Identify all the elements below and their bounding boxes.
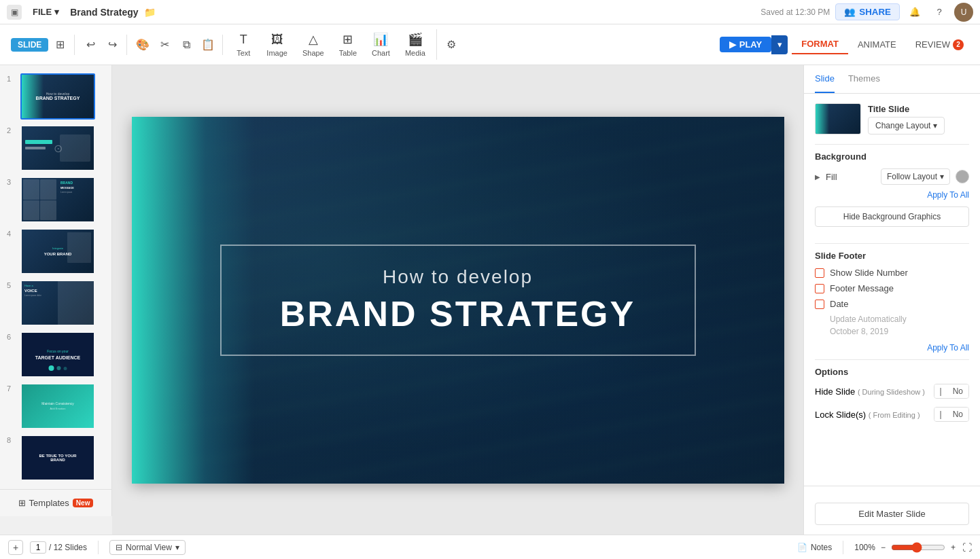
slide-8-thumb[interactable]: BE TRUE TO YOURBRAND <box>20 435 95 481</box>
lock-slide-row: Lock Slide(s) ( From Editing ) | No <box>815 407 969 422</box>
slide-5-thumb[interactable]: Have a VOICE Lorem ipsum dolor <box>20 280 95 326</box>
share-button[interactable]: 👥 SHARE <box>835 3 900 20</box>
footer-message-checkbox[interactable] <box>815 284 824 293</box>
logo-icon: ▣ <box>11 7 18 17</box>
tab-review[interactable]: REVIEW 2 <box>906 35 973 54</box>
logo-button[interactable]: ▣ <box>7 5 22 20</box>
slide-4-thumb[interactable]: Integrate YOUR BRAND <box>20 228 95 274</box>
cut-button[interactable]: ✂ <box>154 35 175 55</box>
fill-label: Fill <box>826 172 875 182</box>
image-insert-button[interactable]: 🖼 Image <box>260 30 294 60</box>
slide-thumbnail-8[interactable]: 8 BE TRUE TO YOURBRAND <box>0 432 111 484</box>
notifications-button[interactable]: 🔔 <box>905 3 924 22</box>
show-slide-number-checkbox[interactable] <box>815 268 824 278</box>
toolbar-right: ▶ PLAY ▾ FORMAT ANIMATE REVIEW 2 <box>720 35 973 54</box>
lock-slide-no[interactable]: No <box>947 408 968 421</box>
table-insert-button[interactable]: ⊞ Table <box>332 29 364 60</box>
layout-thumb-image <box>816 104 860 134</box>
slide-3-thumb[interactable]: BRAND MESSAGE Lorem ipsum <box>20 177 95 223</box>
settings-button[interactable]: ⚙ <box>441 35 461 55</box>
slide-text-box[interactable]: How to develop BRAND STRATEGY <box>220 245 696 356</box>
normal-view-button[interactable]: ⊟ Normal View ▾ <box>109 540 186 555</box>
settings-icon: ⚙ <box>447 38 456 51</box>
tab-animate[interactable]: ANIMATE <box>848 35 906 54</box>
apply-all-footer[interactable]: Apply To All <box>815 343 969 353</box>
slide-thumbnail-1[interactable]: 1 How to develop BRAND STRATEGY <box>0 71 111 122</box>
hide-background-graphics-button[interactable]: Hide Background Graphics <box>815 206 969 227</box>
right-panel: Slide Themes Title Slide Change Layout ▾ <box>803 65 980 535</box>
zoom-plus-icon[interactable]: + <box>951 543 956 552</box>
slide-title-text: BRAND STRATEGY <box>249 293 667 334</box>
slide-thumbnail-7[interactable]: 7 Maintain Consistency Add Emotion <box>0 380 111 432</box>
hide-slide-toggle[interactable]: | No <box>934 384 969 399</box>
bottom-bar: + / 12 Slides ⊟ Normal View ▾ 📄 Notes 10… <box>0 535 980 559</box>
redo-button[interactable]: ↪ <box>102 35 122 55</box>
tab-format[interactable]: FORMAT <box>792 35 848 54</box>
notes-button[interactable]: 📄 Notes <box>797 543 832 552</box>
paint-icon: 🎨 <box>136 38 150 51</box>
layout-thumbnail <box>815 103 861 134</box>
paste-button[interactable]: 📋 <box>198 35 218 55</box>
canvas-area[interactable]: How to develop BRAND STRATEGY <box>112 65 803 535</box>
zoom-slider[interactable] <box>891 542 945 553</box>
slide-7-thumb[interactable]: Maintain Consistency Add Emotion <box>20 383 95 429</box>
templates-bar: ⊞ Templates New <box>0 489 112 516</box>
fill-chevron-icon: ▾ <box>940 172 944 181</box>
tab-slide[interactable]: Slide <box>815 65 835 93</box>
add-slide-button[interactable]: + <box>8 540 23 555</box>
help-icon: ? <box>937 7 941 17</box>
hide-slide-no[interactable]: No <box>947 384 968 398</box>
options-section: Hide Slide ( During Slideshow ) | No Loc… <box>815 384 969 422</box>
main-content: 1 How to develop BRAND STRATEGY 2 <box>0 65 980 535</box>
slide-thumbnail-2[interactable]: 2 ⊙ <box>0 122 111 174</box>
notifications-icon: 🔔 <box>909 7 920 17</box>
layout-icon: ⊞ <box>56 38 65 51</box>
chart-insert-button[interactable]: 📊 Chart <box>365 29 397 60</box>
tab-themes[interactable]: Themes <box>848 65 880 93</box>
slide-thumbnail-5[interactable]: 5 Have a VOICE Lorem ipsum dolor <box>0 277 111 329</box>
fullscreen-button[interactable]: ⛶ <box>962 542 972 553</box>
help-button[interactable]: ? <box>930 3 949 22</box>
fill-dropdown[interactable]: Follow Layout ▾ <box>881 168 950 185</box>
paste-icon: 📋 <box>201 38 215 51</box>
lock-slide-toggle[interactable]: | No <box>934 407 969 422</box>
review-badge: 2 <box>953 39 964 50</box>
slide-6-thumb[interactable]: Focus on your TARGET AUDIENCE <box>20 331 95 378</box>
fill-color-swatch[interactable] <box>956 170 969 183</box>
hide-slide-row: Hide Slide ( During Slideshow ) | No <box>815 384 969 399</box>
zoom-minus-icon[interactable]: − <box>881 543 886 552</box>
copy-button[interactable]: ⧉ <box>176 35 196 55</box>
slide-panel-container: 1 How to develop BRAND STRATEGY 2 <box>0 65 112 535</box>
slide-2-thumb[interactable]: ⊙ <box>20 125 95 171</box>
slide-thumbnail-6[interactable]: 6 Focus on your TARGET AUDIENCE <box>0 329 111 380</box>
play-dropdown-button[interactable]: ▾ <box>771 35 788 54</box>
apply-all-background[interactable]: Apply To All <box>815 190 969 200</box>
fill-row: ▶ Fill Follow Layout ▾ <box>815 168 969 185</box>
shape-icon: △ <box>309 32 318 47</box>
slide-canvas[interactable]: How to develop BRAND STRATEGY <box>132 117 784 484</box>
templates-button[interactable]: ⊞ Templates New <box>18 498 94 508</box>
file-menu[interactable]: FILE ▾ <box>27 5 65 19</box>
edit-master-slide-button[interactable]: Edit Master Slide <box>815 503 969 525</box>
hide-slide-label-group: Hide Slide ( During Slideshow ) <box>815 386 925 397</box>
change-layout-button[interactable]: Change Layout ▾ <box>868 117 945 134</box>
slide-thumbnail-4[interactable]: 4 Integrate YOUR BRAND <box>0 226 111 277</box>
paint-format-button[interactable]: 🎨 <box>133 35 153 55</box>
user-avatar[interactable]: U <box>954 3 973 22</box>
play-button[interactable]: ▶ PLAY <box>720 37 771 52</box>
image-icon: 🖼 <box>271 33 283 47</box>
hide-slide-sub: ( During Slideshow ) <box>858 388 925 396</box>
slide-thumbnail-3[interactable]: 3 BRAND MESSAGE Lorem ipsum <box>0 174 111 226</box>
slide-label[interactable]: SLIDE <box>11 38 48 52</box>
undo-icon: ↩ <box>86 38 95 51</box>
media-insert-button[interactable]: 🎬 Media <box>398 29 432 60</box>
date-checkbox[interactable] <box>815 300 824 309</box>
page-number-input[interactable] <box>30 541 46 554</box>
layout-icon-button[interactable]: ⊞ <box>50 35 70 55</box>
text-insert-button[interactable]: T Text <box>228 30 258 60</box>
shape-insert-button[interactable]: △ Shape <box>296 29 331 60</box>
copy-icon: ⧉ <box>183 39 190 51</box>
slide-1-thumb[interactable]: How to develop BRAND STRATEGY <box>20 73 95 120</box>
topbar: ▣ FILE ▾ Brand Strategy 📁 Saved at 12:30… <box>0 0 980 24</box>
undo-button[interactable]: ↩ <box>80 35 101 55</box>
